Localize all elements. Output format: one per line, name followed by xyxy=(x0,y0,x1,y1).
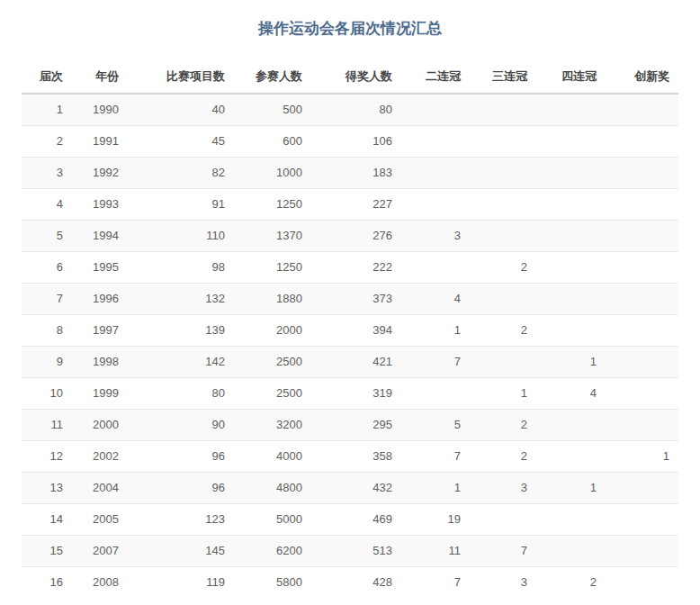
table-cell xyxy=(536,410,606,441)
table-cell xyxy=(470,189,536,221)
table-cell: 500 xyxy=(234,94,311,126)
table-cell: 2007 xyxy=(72,536,128,567)
table-cell xyxy=(606,378,678,410)
table-cell: 7 xyxy=(470,536,536,567)
table-cell: 1 xyxy=(536,473,606,504)
table-cell: 432 xyxy=(311,473,401,504)
header-row: 届次年份比赛项目数参赛人数得奖人数二连冠三连冠四连冠创新奖 xyxy=(22,61,678,94)
table-cell: 1997 xyxy=(72,315,128,347)
table-cell: 7 xyxy=(401,441,470,473)
table-cell: 80 xyxy=(311,94,401,126)
table-cell xyxy=(470,347,536,378)
table-cell: 96 xyxy=(128,441,234,473)
table-cell: 2 xyxy=(470,441,536,473)
table-cell: 1 xyxy=(401,473,470,504)
table-cell: 2500 xyxy=(234,378,311,410)
column-header-1: 届次 xyxy=(22,61,72,94)
table-cell: 96 xyxy=(128,473,234,504)
table-row: 10199980250031914 xyxy=(22,378,678,410)
table-cell xyxy=(401,94,470,126)
table-cell: 1 xyxy=(470,378,536,410)
table-cell: 1992 xyxy=(72,158,128,189)
table-cell: 40 xyxy=(128,94,234,126)
table-cell: 132 xyxy=(128,284,234,315)
table-cell xyxy=(470,284,536,315)
table-cell: 3 xyxy=(401,221,470,252)
table-cell: 1994 xyxy=(72,221,128,252)
table-cell: 2500 xyxy=(234,347,311,378)
table-cell xyxy=(536,315,606,347)
table-cell: 1 xyxy=(536,347,606,378)
table-cell xyxy=(401,378,470,410)
table-cell xyxy=(606,189,678,221)
table-cell xyxy=(606,504,678,536)
table-cell: 1 xyxy=(22,94,72,126)
table-cell: 394 xyxy=(311,315,401,347)
table-cell: 90 xyxy=(128,410,234,441)
table-cell: 8 xyxy=(22,315,72,347)
table-cell: 106 xyxy=(311,126,401,158)
table-cell xyxy=(470,126,536,158)
table-cell xyxy=(536,158,606,189)
table-cell xyxy=(606,315,678,347)
table-body: 1199040500802199145600106319928210001834… xyxy=(22,94,678,598)
table-cell: 139 xyxy=(128,315,234,347)
table-cell: 5 xyxy=(22,221,72,252)
table-cell: 2 xyxy=(536,567,606,599)
table-cell: 5000 xyxy=(234,504,311,536)
table-cell xyxy=(606,567,678,599)
table-cell: 2004 xyxy=(72,473,128,504)
column-header-4: 参赛人数 xyxy=(234,61,311,94)
table-cell xyxy=(536,284,606,315)
table-cell: 358 xyxy=(311,441,401,473)
table-cell: 7 xyxy=(401,567,470,599)
table-cell: 1990 xyxy=(72,94,128,126)
table-cell: 600 xyxy=(234,126,311,158)
table-cell: 276 xyxy=(311,221,401,252)
column-header-5: 得奖人数 xyxy=(311,61,401,94)
table-cell: 4 xyxy=(536,378,606,410)
table-cell: 3 xyxy=(470,473,536,504)
table-cell xyxy=(606,252,678,284)
table-cell: 16 xyxy=(22,567,72,599)
table-cell: 12 xyxy=(22,441,72,473)
table-cell: 2 xyxy=(22,126,72,158)
table-cell: 469 xyxy=(311,504,401,536)
table-cell: 11 xyxy=(22,410,72,441)
table-cell xyxy=(536,94,606,126)
table-cell xyxy=(606,536,678,567)
table-cell xyxy=(606,473,678,504)
table-cell xyxy=(470,158,536,189)
table-cell: 2 xyxy=(470,315,536,347)
table-cell: 513 xyxy=(311,536,401,567)
table-cell xyxy=(536,126,606,158)
table-cell: 1 xyxy=(606,441,678,473)
table-row: 41993911250227 xyxy=(22,189,678,221)
table-cell xyxy=(606,94,678,126)
table-cell: 6200 xyxy=(234,536,311,567)
table-cell: 119 xyxy=(128,567,234,599)
table-cell: 7 xyxy=(22,284,72,315)
table-cell xyxy=(470,221,536,252)
table-row: 142005123500046919 xyxy=(22,504,678,536)
table-cell xyxy=(536,252,606,284)
column-header-3: 比赛项目数 xyxy=(128,61,234,94)
table-cell: 428 xyxy=(311,567,401,599)
table-cell: 1999 xyxy=(72,378,128,410)
table-cell: 2005 xyxy=(72,504,128,536)
table-cell: 2 xyxy=(470,410,536,441)
table-cell: 1000 xyxy=(234,158,311,189)
table-row: 31992821000183 xyxy=(22,158,678,189)
table-cell: 145 xyxy=(128,536,234,567)
column-header-9: 创新奖 xyxy=(606,61,678,94)
table-cell xyxy=(606,410,678,441)
page-title: 操作运动会各届次情况汇总 xyxy=(0,20,700,38)
table-cell: 6 xyxy=(22,252,72,284)
table-cell xyxy=(536,536,606,567)
table-cell: 373 xyxy=(311,284,401,315)
report-page: 操作运动会各届次情况汇总 届次年份比赛项目数参赛人数得奖人数二连冠三连冠四连冠创… xyxy=(0,0,700,605)
table-cell: 15 xyxy=(22,536,72,567)
column-header-7: 三连冠 xyxy=(470,61,536,94)
table-cell xyxy=(470,94,536,126)
table-cell: 4 xyxy=(401,284,470,315)
